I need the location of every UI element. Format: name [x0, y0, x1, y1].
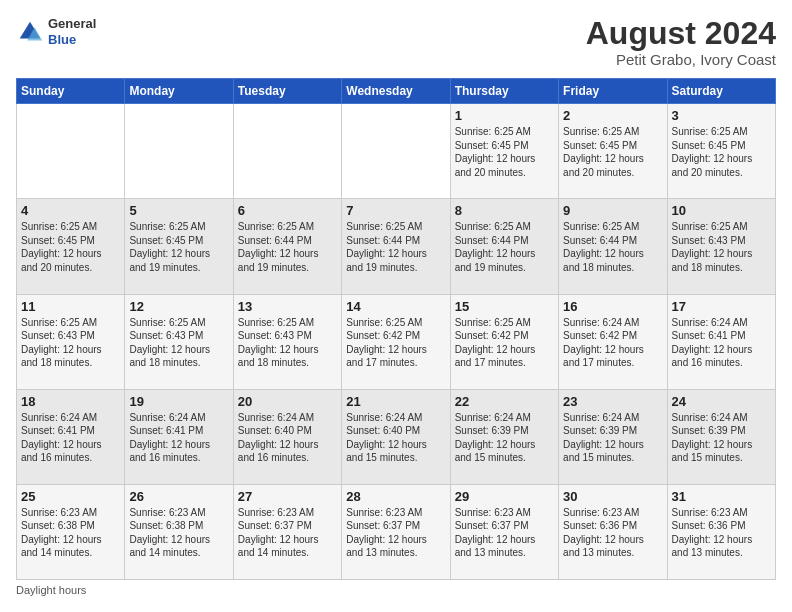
day-number: 10: [672, 203, 771, 218]
day-info: Sunrise: 6:23 AM Sunset: 6:38 PM Dayligh…: [21, 506, 120, 560]
day-number: 6: [238, 203, 337, 218]
day-number: 26: [129, 489, 228, 504]
calendar-day: 6Sunrise: 6:25 AM Sunset: 6:44 PM Daylig…: [233, 199, 341, 294]
day-number: 28: [346, 489, 445, 504]
day-info: Sunrise: 6:23 AM Sunset: 6:36 PM Dayligh…: [563, 506, 662, 560]
day-info: Sunrise: 6:24 AM Sunset: 6:42 PM Dayligh…: [563, 316, 662, 370]
day-info: Sunrise: 6:24 AM Sunset: 6:40 PM Dayligh…: [346, 411, 445, 465]
day-number: 2: [563, 108, 662, 123]
calendar-day: 24Sunrise: 6:24 AM Sunset: 6:39 PM Dayli…: [667, 389, 775, 484]
day-info: Sunrise: 6:25 AM Sunset: 6:43 PM Dayligh…: [238, 316, 337, 370]
day-number: 27: [238, 489, 337, 504]
day-info: Sunrise: 6:25 AM Sunset: 6:45 PM Dayligh…: [21, 220, 120, 274]
calendar-day: 2Sunrise: 6:25 AM Sunset: 6:45 PM Daylig…: [559, 104, 667, 199]
calendar-day: 12Sunrise: 6:25 AM Sunset: 6:43 PM Dayli…: [125, 294, 233, 389]
calendar-day: 19Sunrise: 6:24 AM Sunset: 6:41 PM Dayli…: [125, 389, 233, 484]
calendar-day: 22Sunrise: 6:24 AM Sunset: 6:39 PM Dayli…: [450, 389, 558, 484]
calendar-week-3: 11Sunrise: 6:25 AM Sunset: 6:43 PM Dayli…: [17, 294, 776, 389]
day-number: 16: [563, 299, 662, 314]
page-subtitle: Petit Grabo, Ivory Coast: [586, 51, 776, 68]
logo-blue: Blue: [48, 32, 96, 48]
day-number: 24: [672, 394, 771, 409]
calendar-day: 29Sunrise: 6:23 AM Sunset: 6:37 PM Dayli…: [450, 484, 558, 579]
day-info: Sunrise: 6:23 AM Sunset: 6:36 PM Dayligh…: [672, 506, 771, 560]
day-info: Sunrise: 6:25 AM Sunset: 6:45 PM Dayligh…: [455, 125, 554, 179]
day-info: Sunrise: 6:24 AM Sunset: 6:39 PM Dayligh…: [563, 411, 662, 465]
calendar-body: 1Sunrise: 6:25 AM Sunset: 6:45 PM Daylig…: [17, 104, 776, 580]
calendar-day: 27Sunrise: 6:23 AM Sunset: 6:37 PM Dayli…: [233, 484, 341, 579]
col-wednesday: Wednesday: [342, 79, 450, 104]
logo-text: General Blue: [48, 16, 96, 47]
calendar-day: 8Sunrise: 6:25 AM Sunset: 6:44 PM Daylig…: [450, 199, 558, 294]
calendar-day: 3Sunrise: 6:25 AM Sunset: 6:45 PM Daylig…: [667, 104, 775, 199]
day-info: Sunrise: 6:25 AM Sunset: 6:42 PM Dayligh…: [455, 316, 554, 370]
day-number: 15: [455, 299, 554, 314]
day-number: 13: [238, 299, 337, 314]
col-thursday: Thursday: [450, 79, 558, 104]
day-info: Sunrise: 6:23 AM Sunset: 6:38 PM Dayligh…: [129, 506, 228, 560]
day-info: Sunrise: 6:23 AM Sunset: 6:37 PM Dayligh…: [455, 506, 554, 560]
day-number: 1: [455, 108, 554, 123]
header-row: Sunday Monday Tuesday Wednesday Thursday…: [17, 79, 776, 104]
calendar-week-2: 4Sunrise: 6:25 AM Sunset: 6:45 PM Daylig…: [17, 199, 776, 294]
calendar-day: 21Sunrise: 6:24 AM Sunset: 6:40 PM Dayli…: [342, 389, 450, 484]
title-block: August 2024 Petit Grabo, Ivory Coast: [586, 16, 776, 68]
col-saturday: Saturday: [667, 79, 775, 104]
calendar-day: [17, 104, 125, 199]
calendar-day: 13Sunrise: 6:25 AM Sunset: 6:43 PM Dayli…: [233, 294, 341, 389]
day-info: Sunrise: 6:25 AM Sunset: 6:43 PM Dayligh…: [672, 220, 771, 274]
calendar-day: 7Sunrise: 6:25 AM Sunset: 6:44 PM Daylig…: [342, 199, 450, 294]
day-info: Sunrise: 6:24 AM Sunset: 6:39 PM Dayligh…: [455, 411, 554, 465]
day-number: 25: [21, 489, 120, 504]
day-info: Sunrise: 6:24 AM Sunset: 6:41 PM Dayligh…: [21, 411, 120, 465]
day-number: 9: [563, 203, 662, 218]
calendar-day: 15Sunrise: 6:25 AM Sunset: 6:42 PM Dayli…: [450, 294, 558, 389]
calendar-day: 31Sunrise: 6:23 AM Sunset: 6:36 PM Dayli…: [667, 484, 775, 579]
calendar-day: 1Sunrise: 6:25 AM Sunset: 6:45 PM Daylig…: [450, 104, 558, 199]
col-sunday: Sunday: [17, 79, 125, 104]
day-number: 31: [672, 489, 771, 504]
day-number: 5: [129, 203, 228, 218]
col-tuesday: Tuesday: [233, 79, 341, 104]
day-info: Sunrise: 6:25 AM Sunset: 6:43 PM Dayligh…: [129, 316, 228, 370]
calendar-day: 16Sunrise: 6:24 AM Sunset: 6:42 PM Dayli…: [559, 294, 667, 389]
day-number: 29: [455, 489, 554, 504]
day-number: 21: [346, 394, 445, 409]
calendar-week-4: 18Sunrise: 6:24 AM Sunset: 6:41 PM Dayli…: [17, 389, 776, 484]
day-info: Sunrise: 6:24 AM Sunset: 6:39 PM Dayligh…: [672, 411, 771, 465]
page-title: August 2024: [586, 16, 776, 51]
calendar-day: 17Sunrise: 6:24 AM Sunset: 6:41 PM Dayli…: [667, 294, 775, 389]
calendar-header: Sunday Monday Tuesday Wednesday Thursday…: [17, 79, 776, 104]
day-number: 18: [21, 394, 120, 409]
calendar-day: 18Sunrise: 6:24 AM Sunset: 6:41 PM Dayli…: [17, 389, 125, 484]
calendar-day: 14Sunrise: 6:25 AM Sunset: 6:42 PM Dayli…: [342, 294, 450, 389]
day-info: Sunrise: 6:25 AM Sunset: 6:45 PM Dayligh…: [563, 125, 662, 179]
calendar-week-5: 25Sunrise: 6:23 AM Sunset: 6:38 PM Dayli…: [17, 484, 776, 579]
day-info: Sunrise: 6:25 AM Sunset: 6:44 PM Dayligh…: [563, 220, 662, 274]
day-number: 17: [672, 299, 771, 314]
day-number: 23: [563, 394, 662, 409]
day-info: Sunrise: 6:24 AM Sunset: 6:40 PM Dayligh…: [238, 411, 337, 465]
day-number: 19: [129, 394, 228, 409]
day-info: Sunrise: 6:25 AM Sunset: 6:43 PM Dayligh…: [21, 316, 120, 370]
calendar-day: 11Sunrise: 6:25 AM Sunset: 6:43 PM Dayli…: [17, 294, 125, 389]
calendar-day: 25Sunrise: 6:23 AM Sunset: 6:38 PM Dayli…: [17, 484, 125, 579]
calendar-day: 30Sunrise: 6:23 AM Sunset: 6:36 PM Dayli…: [559, 484, 667, 579]
col-monday: Monday: [125, 79, 233, 104]
day-number: 30: [563, 489, 662, 504]
day-number: 22: [455, 394, 554, 409]
logo-icon: [16, 18, 44, 46]
calendar-day: 20Sunrise: 6:24 AM Sunset: 6:40 PM Dayli…: [233, 389, 341, 484]
day-info: Sunrise: 6:25 AM Sunset: 6:42 PM Dayligh…: [346, 316, 445, 370]
day-info: Sunrise: 6:24 AM Sunset: 6:41 PM Dayligh…: [129, 411, 228, 465]
calendar-day: 23Sunrise: 6:24 AM Sunset: 6:39 PM Dayli…: [559, 389, 667, 484]
day-info: Sunrise: 6:23 AM Sunset: 6:37 PM Dayligh…: [346, 506, 445, 560]
day-number: 20: [238, 394, 337, 409]
day-number: 14: [346, 299, 445, 314]
day-info: Sunrise: 6:25 AM Sunset: 6:44 PM Dayligh…: [455, 220, 554, 274]
day-info: Sunrise: 6:25 AM Sunset: 6:44 PM Dayligh…: [346, 220, 445, 274]
calendar-day: 10Sunrise: 6:25 AM Sunset: 6:43 PM Dayli…: [667, 199, 775, 294]
logo: General Blue: [16, 16, 96, 47]
calendar-day: 26Sunrise: 6:23 AM Sunset: 6:38 PM Dayli…: [125, 484, 233, 579]
calendar-day: [342, 104, 450, 199]
